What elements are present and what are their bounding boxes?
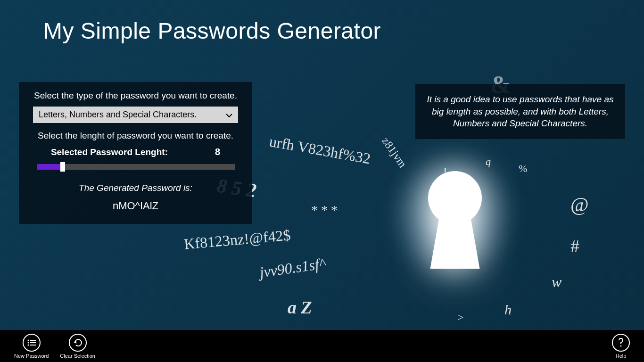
svg-rect-7 [30, 345, 36, 346]
length-select-label: Select the lenght of password you want t… [28, 131, 243, 141]
app-bar: New Password Clear Selection Help [0, 330, 644, 362]
question-icon [612, 334, 630, 352]
list-icon [23, 334, 41, 352]
selected-length-label: Selected Password Lenght: [51, 147, 168, 157]
keyhole-icon [420, 170, 490, 269]
new-password-button[interactable]: New Password [14, 334, 49, 359]
selected-length-value: 8 [215, 147, 220, 157]
password-type-dropdown[interactable]: Letters, Numbers and Special Characters. [33, 107, 238, 123]
dropdown-selected-value: Letters, Numbers and Special Characters. [39, 110, 197, 120]
password-config-panel: Select the type of the password you want… [19, 82, 252, 224]
chevron-down-icon [226, 111, 232, 119]
slider-fill [37, 164, 60, 170]
svg-point-0 [428, 171, 482, 225]
page-title: My Simple Passwords Generator [0, 0, 644, 44]
clear-selection-button[interactable]: Clear Selection [60, 334, 95, 359]
svg-rect-5 [30, 342, 36, 343]
new-password-label: New Password [14, 353, 49, 359]
undo-icon [69, 334, 87, 352]
help-label: Help [616, 353, 627, 359]
generated-password-value: nMO^IAlZ [28, 200, 243, 212]
length-slider[interactable] [37, 164, 235, 170]
svg-point-6 [27, 344, 29, 346]
svg-point-2 [27, 339, 29, 341]
help-button[interactable]: Help [612, 334, 630, 359]
svg-point-4 [27, 342, 29, 343]
slider-handle[interactable] [60, 162, 65, 172]
type-label: Select the type of the password you want… [28, 90, 243, 101]
clear-selection-label: Clear Selection [60, 353, 95, 359]
generated-password-label: The Generated Password is: [28, 183, 243, 193]
svg-marker-1 [430, 209, 480, 269]
svg-rect-3 [30, 340, 36, 341]
tip-panel: It is a good idea to use passwords that … [415, 84, 625, 139]
svg-point-9 [620, 345, 622, 346]
